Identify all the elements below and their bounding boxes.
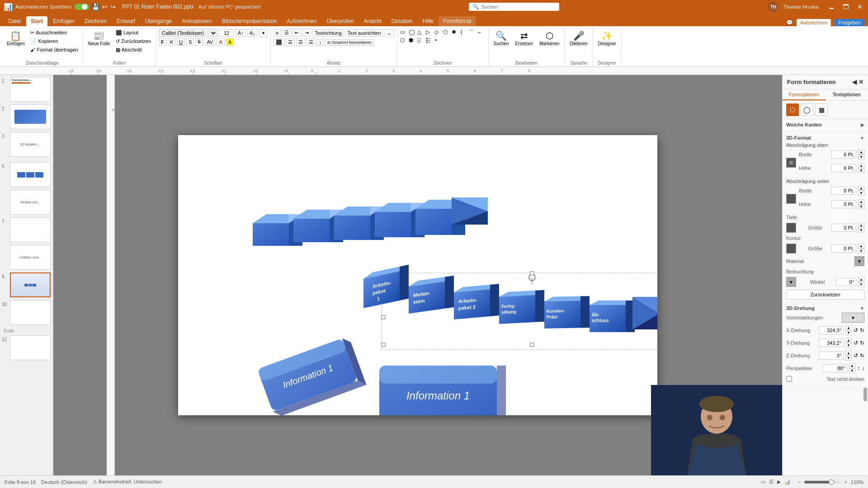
- panel-icon-circle[interactable]: ◯: [801, 103, 813, 116]
- markieren-button[interactable]: ⬡ Markieren: [537, 29, 561, 47]
- language-indicator[interactable]: Deutsch (Österreich): [41, 479, 87, 485]
- perspektive-down[interactable]: ▼: [849, 368, 855, 373]
- tiefe-input[interactable]: [831, 224, 856, 232]
- shape-icon[interactable]: ⁍: [434, 37, 443, 43]
- redo-icon[interactable]: ↪: [110, 3, 116, 10]
- abschraegung-unten-swatch[interactable]: [786, 194, 796, 204]
- strikethrough-button[interactable]: S: [186, 38, 194, 46]
- aufzeichnen-button[interactable]: Aufzeichnen: [797, 19, 831, 26]
- zoom-out-button[interactable]: −: [798, 479, 801, 485]
- tab-einfuegen[interactable]: Einfügen: [48, 16, 79, 26]
- align-center-button[interactable]: ☰: [286, 38, 295, 46]
- shape-icon[interactable]: ⬟: [409, 37, 417, 43]
- search-input[interactable]: [481, 4, 544, 9]
- z-rotate-icon[interactable]: ↺: [854, 352, 858, 359]
- breite-unten-up[interactable]: ▲: [858, 186, 864, 191]
- voreinstellungen-dropdown-icon[interactable]: ▼: [851, 315, 855, 320]
- tab-formoptionen[interactable]: Formoptionen: [783, 89, 826, 100]
- hoehe-oben-input[interactable]: [831, 164, 856, 172]
- canvas-area[interactable]: -8: [53, 75, 782, 475]
- hoehe-unten-down[interactable]: ▼: [858, 204, 864, 209]
- zuruecksetzen-3d-button[interactable]: Zurücksetzen: [786, 290, 864, 300]
- tab-bildschirm[interactable]: Bildschirmpräsentation: [217, 16, 281, 26]
- underline-button[interactable]: U: [177, 38, 185, 46]
- breite-oben-down[interactable]: ▼: [858, 155, 864, 160]
- slide-thumb-6[interactable]: Modelle aus...: [2, 190, 51, 215]
- slide-thumb-7[interactable]: 7: [2, 217, 51, 242]
- clear-format-button[interactable]: ✦: [259, 29, 268, 37]
- slide-thumb-3[interactable]: 3 3D Modelle i...: [2, 132, 51, 157]
- save-icon[interactable]: 💾: [92, 3, 99, 10]
- y-drehung-up[interactable]: ▲: [845, 338, 852, 343]
- x-drehung-down[interactable]: ▼: [845, 330, 852, 335]
- hoehe-oben-up[interactable]: ▲: [858, 163, 864, 168]
- slide-thumb-12[interactable]: 12: [2, 335, 51, 360]
- slide-thumb-8[interactable]: Grafiken mod...: [2, 245, 51, 270]
- panel-back-button[interactable]: ◀: [852, 79, 857, 85]
- z-drehung-down[interactable]: ▼: [845, 356, 852, 361]
- material-swatch[interactable]: ▼: [854, 256, 864, 266]
- ersetzen-button[interactable]: ⇄ Ersetzen: [513, 29, 535, 47]
- winkel-input[interactable]: [836, 278, 856, 286]
- einfuegen-button[interactable]: 📋 Einfügen: [5, 29, 27, 47]
- tab-zeichnen[interactable]: Zeichnen: [80, 16, 111, 26]
- breite-oben-up[interactable]: ▲: [858, 150, 864, 155]
- kontur-down[interactable]: ▼: [858, 249, 864, 253]
- minimize-button[interactable]: 🗕: [826, 3, 836, 10]
- tab-ueberpruefen[interactable]: Überprüfen: [322, 16, 358, 26]
- shape-icon[interactable]: ◯: [409, 29, 417, 37]
- tab-uebergaenge[interactable]: Übergänge: [141, 16, 176, 26]
- panel-icon-pentagon[interactable]: ⬠: [786, 103, 799, 116]
- view-normal-icon[interactable]: ▭: [761, 479, 765, 485]
- slide-thumb-10[interactable]: 10: [2, 300, 51, 325]
- x-rotate2-icon[interactable]: ↻: [860, 327, 864, 333]
- text-nicht-drehen-checkbox[interactable]: [786, 376, 792, 382]
- slide-thumb-9[interactable]: 9: [2, 272, 51, 297]
- smartart-button[interactable]: In SmartArt konvertieren: [325, 39, 374, 46]
- tab-textoptionen[interactable]: Textoptionen: [826, 89, 868, 100]
- winkel-down[interactable]: ▼: [858, 282, 864, 287]
- text-direction-button[interactable]: Textrichtung: [312, 29, 344, 37]
- voreinstellungen-swatch[interactable]: ▼: [842, 313, 864, 323]
- align-left-button[interactable]: ⬛: [274, 38, 284, 46]
- highlight-button[interactable]: A: [226, 38, 234, 46]
- font-family-select[interactable]: Calibri (Textkörper): [159, 29, 217, 37]
- indent-dec-button[interactable]: ⇤: [292, 29, 301, 37]
- hoehe-unten-input[interactable]: [831, 200, 856, 208]
- breite-oben-input[interactable]: [831, 150, 856, 159]
- weiche-kanten-header[interactable]: Weiche Kanten ▶: [786, 122, 864, 127]
- view-slideshow-icon[interactable]: ▶: [777, 479, 781, 485]
- zoom-slider-thumb[interactable]: [829, 479, 834, 485]
- zoom-slider[interactable]: [804, 481, 840, 483]
- freigeben-button[interactable]: Freigeben: [835, 19, 864, 26]
- tab-formformat[interactable]: Formformat: [439, 16, 476, 26]
- diktieren-button[interactable]: 🎤 Diktieren: [567, 29, 590, 47]
- abschnitt-button[interactable]: ▦ Abschnitt: [114, 46, 153, 54]
- layout-button[interactable]: ⬛ Layout: [114, 29, 153, 37]
- indent-inc-button[interactable]: ⇥: [302, 29, 311, 37]
- tab-ansicht[interactable]: Ansicht: [359, 16, 386, 26]
- font-color-button[interactable]: A: [217, 38, 224, 46]
- slide-thumb-5[interactable]: 5: [2, 162, 51, 187]
- perspektive-up-icon[interactable]: ↑: [857, 365, 860, 371]
- y-rotate-icon[interactable]: ↺: [854, 340, 858, 346]
- kontur-input[interactable]: [831, 244, 856, 253]
- z-drehung-input[interactable]: [819, 352, 844, 360]
- slide-canvas[interactable]: Arbeits- paket 1 Meilen- stein: [178, 135, 657, 415]
- search-box[interactable]: 🔍: [469, 3, 559, 11]
- shape-icon[interactable]: ▭: [400, 29, 408, 37]
- beleuchtung-swatch[interactable]: ▼: [786, 277, 796, 287]
- panel-icon-table[interactable]: ▦: [815, 103, 828, 116]
- font-decrease-button[interactable]: A↓: [247, 29, 258, 37]
- x-drehung-input[interactable]: [819, 326, 844, 334]
- shadow-button[interactable]: S̶: [195, 38, 203, 46]
- x-rotate-icon[interactable]: ↺: [854, 327, 858, 333]
- panel-scrollbar[interactable]: [863, 388, 867, 397]
- shape-icon[interactable]: ⌒: [469, 29, 477, 37]
- tab-entwurf[interactable]: Entwurf: [112, 16, 140, 26]
- slide-thumb-1[interactable]: 1 Standardabsc...: [2, 77, 51, 102]
- tab-hilfe[interactable]: Hilfe: [418, 16, 438, 26]
- shape-icon[interactable]: ⌺: [417, 37, 425, 43]
- ausschneiden-button[interactable]: ✂ Ausschneiden: [28, 29, 80, 37]
- view-presenter-icon[interactable]: 📊: [784, 479, 791, 485]
